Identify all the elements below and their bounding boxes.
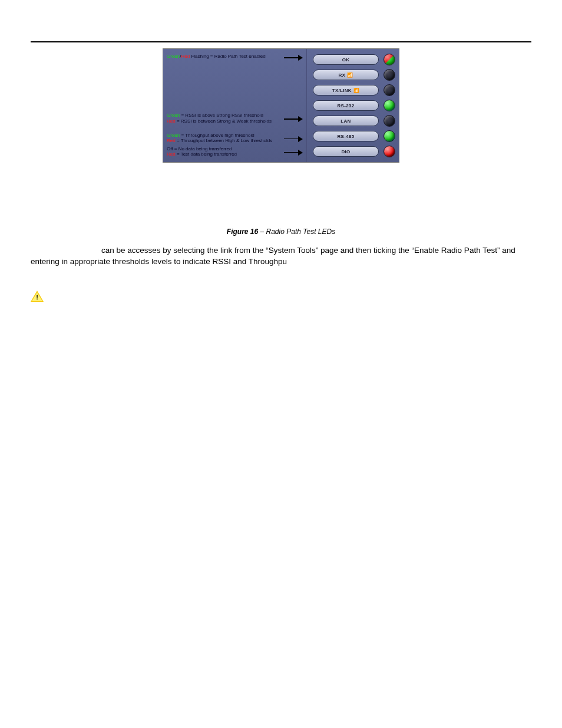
led-txlink — [384, 84, 395, 96]
legend-throughput: Green = Throughput above high threshold … — [167, 133, 303, 144]
led-lan — [384, 115, 395, 127]
led-panel: Green/Red Flashing = Radio Path Test ena… — [163, 48, 399, 163]
led-label-txlink-text: TX/LINK — [332, 88, 352, 93]
caption-label: Figure 16 — [227, 228, 258, 236]
led-label-txlink: TX/LINK📶 — [313, 85, 379, 95]
led-label-rx-text: RX — [338, 73, 345, 78]
legend-ok-red: Red — [181, 54, 190, 59]
legend-dio-offline: = No data being transferred — [173, 146, 232, 151]
antenna-icon: 📶 — [353, 88, 359, 93]
led-rs485 — [384, 130, 395, 142]
legend-ok: Green/Red Flashing = Radio Path Test ena… — [167, 54, 303, 61]
led-row-ok: OK — [313, 52, 395, 67]
legend-dio-off: Off — [167, 146, 173, 151]
led-ok — [384, 54, 395, 65]
led-row-txlink: TX/LINK📶 — [313, 83, 395, 97]
led-row-rs485: RS-485 — [313, 129, 395, 143]
figure-caption: Figure 16 – Radio Path Test LEDs — [31, 228, 531, 236]
legend-ok-rest: Flashing = Radio Path Test enabled — [190, 54, 266, 59]
legend-dio-r: Red — [167, 151, 176, 157]
led-row-lan: LAN — [313, 114, 395, 128]
led-label-rs232: RS-232 — [313, 100, 379, 111]
led-row-rs232: RS-232 — [313, 98, 395, 113]
led-rx — [384, 69, 395, 81]
led-column: OK RX📶 TX/LINK📶 RS-232 LAN — [307, 49, 399, 162]
body-paragraph: can be accesses by selecting the link fr… — [31, 245, 531, 267]
warning-icon: ! — [31, 291, 44, 302]
led-row-dio: DIO — [313, 144, 395, 159]
legend-rssi: Green = RSSI is above Strong RSSI thresh… — [167, 113, 303, 124]
legend-rssi-g: Green — [167, 113, 180, 118]
legend-ok-green: Green — [167, 54, 180, 59]
arrow-icon — [284, 55, 303, 61]
arrow-icon — [284, 136, 303, 142]
legend-dio-rline: = Test data being transferred — [176, 151, 237, 157]
led-label-rs485: RS-485 — [313, 131, 379, 141]
legend-rssi-gline: = RSSI is above Strong RSSI threshold — [180, 113, 263, 118]
arrow-icon — [284, 116, 303, 122]
legend-rssi-rline: = RSSI is between Strong & Weak threshol… — [176, 118, 272, 124]
legend-column: Green/Red Flashing = Radio Path Test ena… — [163, 49, 307, 162]
led-panel-figure: Green/Red Flashing = Radio Path Test ena… — [163, 48, 399, 163]
led-label-rx: RX📶 — [313, 70, 379, 80]
led-label-dio: DIO — [313, 146, 379, 157]
legend-thr-r: Red — [167, 138, 176, 143]
caption-title: – Radio Path Test LEDs — [258, 228, 335, 236]
legend-rssi-r: Red — [167, 118, 176, 124]
led-rs232 — [384, 100, 395, 111]
legend-thr-rline: = Throughput between High & Low threshol… — [176, 138, 273, 143]
header-rule — [31, 41, 531, 42]
led-label-ok: OK — [313, 54, 379, 65]
legend-thr-g: Green — [167, 133, 180, 138]
led-row-rx: RX📶 — [313, 68, 395, 82]
para-indent — [31, 246, 99, 255]
antenna-icon: 📶 — [347, 73, 353, 78]
led-dio — [384, 146, 395, 157]
para-text: can be accesses by selecting the link fr… — [31, 246, 515, 266]
arrow-icon — [284, 150, 303, 156]
legend-dio: Off = No data being transferred Red = Te… — [167, 146, 303, 157]
legend-thr-gline: = Throughput above high threshold — [180, 133, 254, 138]
led-label-lan: LAN — [313, 116, 379, 126]
